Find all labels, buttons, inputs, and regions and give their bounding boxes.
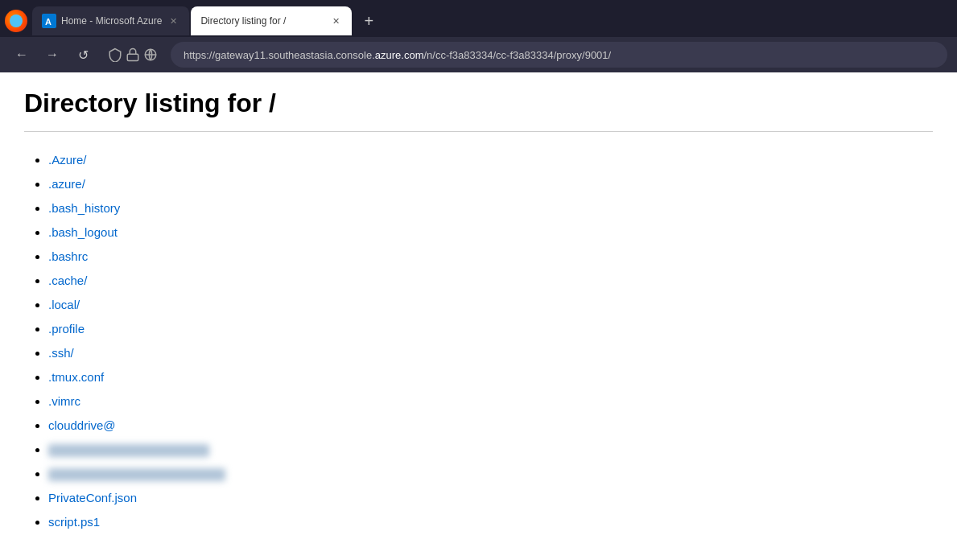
list-item-blurred-1: redacted content here	[48, 438, 933, 462]
file-link[interactable]: .azure/	[48, 177, 85, 191]
shield-icon	[108, 47, 122, 62]
tab-directory-label: Directory listing for /	[200, 15, 324, 27]
new-tab-button[interactable]: +	[357, 9, 381, 33]
firefox-icon	[0, 2, 32, 39]
file-link[interactable]: .profile	[48, 322, 85, 336]
tab-azure[interactable]: A Home - Microsoft Azure ✕	[32, 6, 189, 35]
list-item: .local/	[48, 293, 933, 317]
file-link[interactable]: .vimrc	[48, 394, 80, 408]
file-link[interactable]: script.ps1	[48, 515, 100, 529]
tab-azure-label: Home - Microsoft Azure	[61, 15, 162, 27]
list-item: .bash_logout	[48, 220, 933, 245]
file-link[interactable]: .bash_logout	[48, 225, 118, 239]
file-link[interactable]: .cache/	[48, 274, 87, 287]
list-item: PrivateConf.json	[48, 486, 933, 510]
list-item: .cache/	[48, 269, 933, 293]
list-item-blurred-2: redacted content here too	[48, 462, 933, 486]
blurred-text-1: redacted content here	[48, 444, 209, 457]
blurred-text-2: redacted content here too	[48, 468, 225, 481]
svg-text:A: A	[45, 17, 52, 27]
forward-button[interactable]: →	[40, 43, 64, 67]
list-item: .ssh/	[48, 341, 933, 365]
refresh-button[interactable]: ↺	[71, 43, 95, 67]
file-link[interactable]: clouddrive@	[48, 418, 116, 432]
file-list: .Azure/ .azure/ .bash_history .bash_logo…	[24, 148, 933, 534]
tab-directory[interactable]: Directory listing for / ✕	[191, 6, 352, 35]
svg-rect-2	[127, 54, 138, 60]
blurred-file-link-1[interactable]: redacted content here	[48, 443, 209, 456]
tracking-protection-icon	[143, 47, 158, 62]
back-button[interactable]: ←	[10, 43, 34, 67]
file-link[interactable]: .local/	[48, 298, 80, 311]
file-link[interactable]: .bash_history	[48, 201, 120, 215]
list-item: .bashrc	[48, 245, 933, 269]
file-link[interactable]: .ssh/	[48, 346, 74, 360]
lock-icon	[126, 47, 140, 62]
list-item: .tmux.conf	[48, 365, 933, 389]
page-title: Directory listing for /	[24, 89, 933, 118]
address-bar[interactable]: https://gateway11.southeastasia.console.…	[171, 42, 947, 68]
tab-directory-close[interactable]: ✕	[329, 14, 342, 27]
navigation-bar: ← → ↺ https://gateway11.	[0, 37, 957, 72]
tab-azure-close[interactable]: ✕	[167, 14, 179, 27]
azure-logo-icon: A	[42, 14, 56, 28]
page-content: Directory listing for / .Azure/ .azure/ …	[0, 72, 957, 560]
list-item: .azure/	[48, 172, 933, 196]
page-divider	[24, 131, 933, 132]
file-link[interactable]: PrivateConf.json	[48, 491, 137, 504]
tab-bar: A Home - Microsoft Azure ✕ Directory lis…	[0, 0, 957, 37]
list-item: .profile	[48, 317, 933, 341]
file-link[interactable]: .bashrc	[48, 249, 88, 263]
blurred-file-link-2[interactable]: redacted content here too	[48, 467, 225, 480]
list-item: script.ps1	[48, 510, 933, 534]
list-item: clouddrive@	[48, 414, 933, 438]
security-icons	[101, 47, 164, 62]
file-link[interactable]: .tmux.conf	[48, 370, 104, 384]
list-item: .vimrc	[48, 389, 933, 414]
file-link[interactable]: .Azure/	[48, 153, 87, 167]
address-domain: azure.com	[375, 49, 424, 61]
list-item: .bash_history	[48, 196, 933, 220]
address-text: https://gateway11.southeastasia.console.…	[184, 49, 611, 61]
list-item: .Azure/	[48, 148, 933, 172]
browser-chrome: A Home - Microsoft Azure ✕ Directory lis…	[0, 0, 957, 72]
